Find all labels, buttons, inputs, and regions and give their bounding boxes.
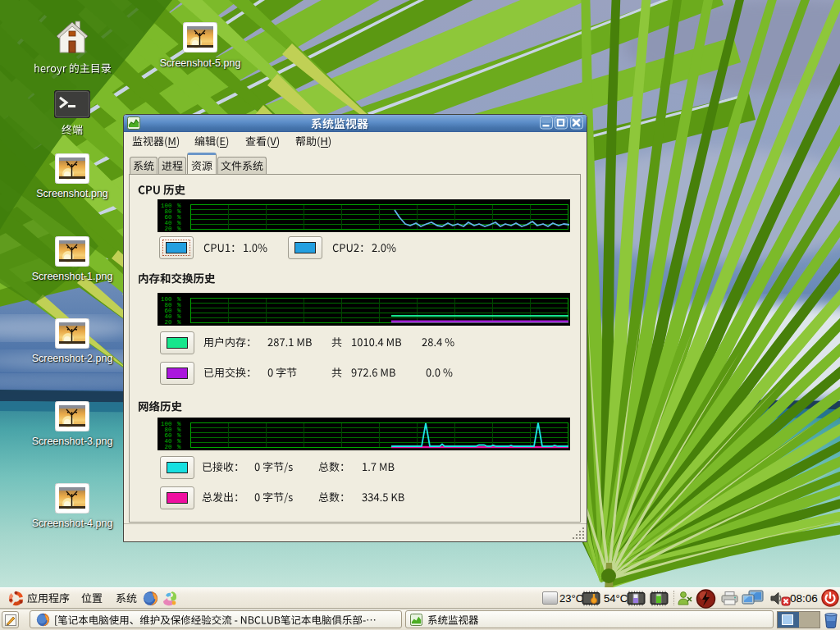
svg-text:20: 20 — [165, 226, 173, 232]
svg-text:%: % — [177, 319, 181, 326]
svg-text:20: 20 — [165, 319, 173, 326]
svg-text:%: % — [177, 444, 181, 450]
svg-text:20: 20 — [165, 444, 173, 450]
svg-text:%: % — [177, 226, 181, 232]
